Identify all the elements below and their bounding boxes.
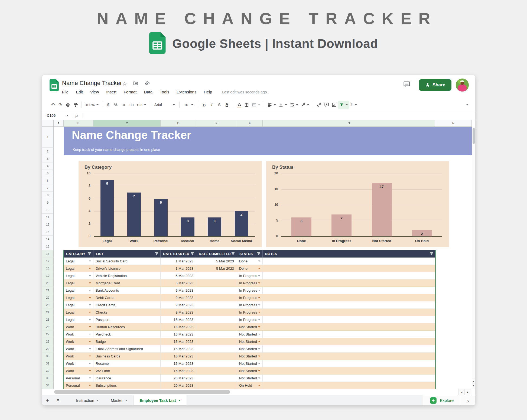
dropdown-arrow-icon[interactable] [258,356,260,357]
cell-date_completed[interactable] [196,360,237,367]
account-avatar[interactable] [456,79,469,92]
row-header-6[interactable]: 6 [42,177,54,184]
cell-notes[interactable] [263,367,435,374]
row-header-27[interactable]: 27 [42,331,54,338]
tab-menu-icon[interactable] [125,400,127,401]
cell-date_completed[interactable] [196,272,237,279]
sheet-tab-instruction[interactable]: Instruction [70,395,105,405]
dropdown-arrow-icon[interactable] [258,304,260,306]
column-header-date-started[interactable]: DATE STARTED [161,250,196,258]
cell-status[interactable]: Not Started [237,360,263,367]
column-header-E[interactable]: E [196,120,237,127]
cell-list[interactable]: Passport [93,316,161,323]
borders-button[interactable] [243,101,251,109]
dropdown-arrow-icon[interactable] [258,334,260,335]
cell-category[interactable]: Personal [64,375,93,382]
star-icon[interactable]: ☆ [122,81,127,86]
cell-status[interactable]: Done [237,265,263,272]
cell-date_completed[interactable] [196,323,237,330]
row-header-19[interactable]: 19 [42,272,54,279]
row-header-32[interactable]: 32 [42,367,54,375]
cell-notes[interactable] [263,375,435,382]
dropdown-arrow-icon[interactable] [258,341,260,342]
cell-category[interactable]: Personal [64,382,93,389]
column-header-notes[interactable]: NOTES [263,250,435,258]
cell-category[interactable]: Legal [64,258,93,265]
vertical-align-dropdown[interactable] [277,101,288,109]
cell-category[interactable]: Legal [64,309,93,316]
cell-category[interactable]: Legal [64,287,93,294]
column-header-list[interactable]: LIST [93,250,161,258]
menu-edit[interactable]: Edit [76,90,83,94]
italic-button[interactable]: I [208,101,216,109]
cell-date_started[interactable]: 16 Mar 2023 [161,345,196,352]
cell-date_completed[interactable]: 5 Mar 2023 [196,258,237,265]
tab-menu-icon[interactable] [97,400,99,401]
cell-list[interactable]: Paycheck [93,331,161,338]
text-color-button[interactable]: A [226,102,228,107]
paint-format-icon[interactable] [72,101,79,109]
increase-decimal-button[interactable]: .00 [127,101,135,109]
cell-notes[interactable] [263,287,435,294]
row-header-28[interactable]: 28 [42,338,54,345]
cell-list[interactable]: Human Resources [93,323,161,330]
column-header-C[interactable]: C [93,120,161,127]
cell-notes[interactable] [263,323,435,330]
menu-format[interactable]: Format [124,90,137,94]
filter-icon[interactable] [430,252,433,256]
cell-category[interactable]: Work [64,323,93,330]
dropdown-arrow-icon[interactable] [89,290,91,291]
dropdown-arrow-icon[interactable] [89,282,91,284]
cell-status[interactable]: In Progress [237,301,263,308]
cell-notes[interactable] [263,353,435,360]
cell-status[interactable]: In Progress [237,316,263,323]
cell-status[interactable]: On Hold [237,382,263,389]
cell-date_started[interactable]: 16 Mar 2023 [161,353,196,360]
sheets-file-icon[interactable] [50,79,59,92]
cell-date_started[interactable]: 9 Mar 2023 [161,294,196,301]
dropdown-arrow-icon[interactable] [258,261,260,262]
dropdown-arrow-icon[interactable] [258,290,260,291]
add-comment-icon[interactable] [323,101,330,109]
cell-category[interactable]: Legal [64,316,93,323]
cell-date_started[interactable]: 16 Mar 2023 [161,323,196,330]
cell-notes[interactable] [263,360,435,367]
name-box[interactable]: C106 [42,113,65,118]
fill-color-button[interactable] [235,101,243,109]
row-header-18[interactable]: 18 [42,265,54,272]
font-size-dropdown[interactable]: 10 [182,101,196,109]
filter-icon[interactable] [155,252,158,256]
cell-date_completed[interactable] [196,294,237,301]
dropdown-arrow-icon[interactable] [89,261,91,262]
cell-list[interactable]: Debit Cards [93,294,161,301]
cell-notes[interactable] [263,279,435,286]
cell-notes[interactable] [263,294,435,301]
column-header-status[interactable]: STATUS [237,250,263,258]
format-percent-button[interactable]: % [112,101,120,109]
row-header-25[interactable]: 25 [42,316,54,323]
column-header-date-completed[interactable]: DATE COMPLETED [196,250,237,258]
cell-date_completed[interactable] [196,338,237,345]
text-wrap-dropdown[interactable] [288,101,300,109]
cell-category[interactable]: Legal [64,279,93,286]
row-header-20[interactable]: 20 [42,279,54,287]
cell-category[interactable]: Legal [64,265,93,272]
collapse-panel-icon[interactable]: ‹ [461,395,475,405]
cell-date_started[interactable]: 6 Mar 2023 [161,279,196,286]
cell-notes[interactable] [263,331,435,338]
cell-date_completed[interactable] [196,301,237,308]
menu-view[interactable]: View [90,90,99,94]
row-header-12[interactable]: 12 [42,221,54,228]
explore-button[interactable]: Explore [423,395,461,405]
cell-list[interactable]: Resume [93,360,161,367]
cell-date_completed[interactable] [196,375,237,382]
row-header-4[interactable]: 4 [42,162,54,170]
cell-date_completed[interactable] [196,367,237,374]
cell-date_started[interactable]: 16 Mar 2023 [161,360,196,367]
cell-category[interactable]: Legal [64,294,93,301]
cell-status[interactable]: Not Started [237,345,263,352]
row-header-29[interactable]: 29 [42,345,54,353]
cell-notes[interactable] [263,265,435,272]
text-rotation-dropdown[interactable] [300,101,311,109]
dropdown-arrow-icon[interactable] [89,312,91,313]
